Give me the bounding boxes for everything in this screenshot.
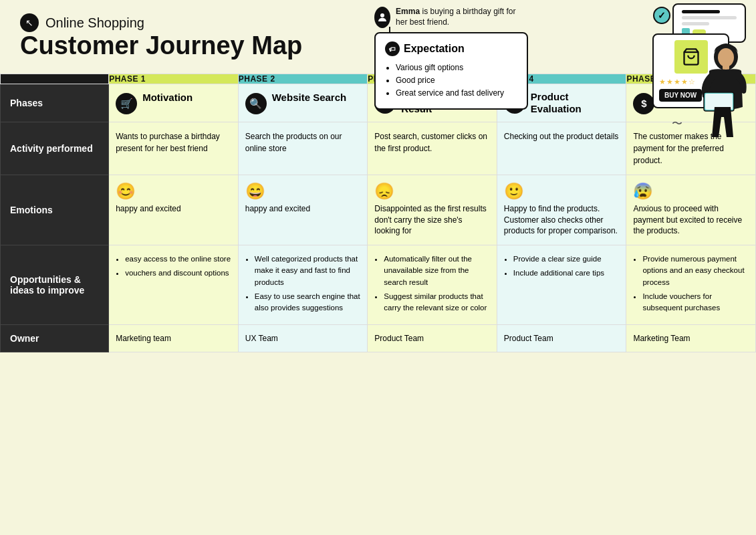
emotions-row: Emotions 😊 happy and excited 😄 happy and… [1,175,756,245]
persona-icon [374,7,390,28]
title-line1: Online Shopping [45,15,144,31]
emotion-2-content: 😄 happy and excited [245,183,361,215]
opp-1-cell: easy access to the online store vouchers… [109,245,239,325]
expectation-list: Various gift options Good price Great se… [385,62,517,100]
phase-2-title-cell: 🔍 Website Search [238,84,368,122]
title-top: ↖ Online Shopping [20,13,302,32]
emotion-5-face: 😰 [633,183,653,199]
emotion-2-face: 😄 [245,183,265,199]
svg-point-0 [380,13,384,17]
opp-2-list: Well categorized products that make it e… [245,253,361,314]
woman-figure [689,40,749,150]
phase-4-title: Product Evaluation [531,91,620,115]
screen-line-2 [682,16,737,19]
cursor-icon: ↖ [20,13,39,32]
owner-2: UX Team [238,325,368,352]
opp-4-item-2: Include additional care tips [513,268,620,279]
persona-text: Emma is buying a birthday gift for her b… [396,7,528,27]
wave-decoration: 〜 [672,117,682,131]
opportunities-row: Opportunities & ideas to improve easy ac… [1,245,756,325]
opp-1-item-2: vouchers and discount options [125,268,231,279]
emotion-3-face: 😞 [374,183,394,199]
phase-2-title-flex: 🔍 Website Search [245,92,361,114]
emotion-3-cell: 😞 Disappointed as the first results don'… [368,175,497,245]
screen-line-1 [682,10,720,13]
emotion-5-cell: 😰 Anxious to proceed with payment but ex… [626,175,756,245]
activity-row-label: Activity performed [1,122,109,175]
opp-5-item-1: Provide numerous payment options and an … [642,253,749,288]
phase-1-title-flex: 🛒 Motivation [116,92,231,114]
emotion-4-face: 🙂 [504,183,524,199]
opp-5-item-2: Include vouchers for subsequent purchase… [642,291,749,314]
opp-3-item-1: Automatically filter out the unavailable… [384,253,490,288]
checkmark-badge: ✓ [653,7,670,24]
phase-1-title: Motivation [142,92,193,104]
owner-1: Marketing team [109,325,239,352]
emotion-5-text: Anxious to proceed with payment but exci… [633,203,749,237]
emotion-4-content: 🙂 Happy to find the products. Customer a… [504,183,620,237]
emotion-1-text: happy and excited [116,203,180,215]
expectation-label: Expectation [404,43,465,55]
opp-1-list: easy access to the online store vouchers… [116,253,231,280]
opp-2-item-1: Well categorized products that make it e… [255,253,361,288]
opp-3-item-2: Suggest similar products that carry the … [384,291,490,314]
activity-4: Checking out the product details [497,122,626,175]
owner-5: Marketing Team [626,325,756,352]
header-area: ↖ Online Shopping Customer Journey Map E… [0,0,756,67]
activity-3: Post search, customer clicks on the firs… [368,122,497,175]
title-section: ↖ Online Shopping Customer Journey Map [20,13,302,60]
expectation-item-3: Great service and fast delivery [396,87,517,100]
expectation-box: 🏷 Expectation Various gift options Good … [374,32,528,110]
opp-3-cell: Automatically filter out the unavailable… [368,245,497,325]
owner-row-label: Owner [1,325,109,352]
phase-1-header: PHASE 1 [109,74,239,84]
emotion-2-text: happy and excited [245,203,310,215]
illustration-area: ✓ ★★★★☆ BUY NOW [616,3,749,157]
activity-1: Wants to purchase a birthday present for… [109,122,239,175]
opportunities-row-label: Opportunities & ideas to improve [1,245,109,325]
emotion-3-content: 😞 Disappointed as the first results don'… [374,183,490,237]
phase-1-icon: 🛒 [116,93,137,114]
emotion-5-content: 😰 Anxious to proceed with payment but ex… [633,183,749,237]
tag-icon: 🏷 [385,41,400,56]
expectation-title: 🏷 Expectation [385,41,517,56]
emotion-4-cell: 🙂 Happy to find the products. Customer a… [497,175,626,245]
opp-4-item-1: Provide a clear size guide [513,253,620,265]
emotion-1-content: 😊 happy and excited [116,183,231,215]
phases-label-cell [1,74,109,84]
emotion-1-cell: 😊 happy and excited [109,175,239,245]
screen-line-3 [682,22,709,25]
expectation-item-2: Good price [396,74,517,87]
activity-2: Search the products on our online store [238,122,368,175]
page-title: Customer Journey Map [20,32,302,60]
emotions-row-label: Emotions [1,175,109,245]
phases-row-label: Phases [1,84,109,122]
emotion-2-cell: 😄 happy and excited [238,175,368,245]
opp-3-list: Automatically filter out the unavailable… [374,253,490,314]
phase-2-title: Website Search [272,92,346,104]
opp-2-cell: Well categorized products that make it e… [238,245,368,325]
expectation-section: Emma is buying a birthday gift for her b… [374,7,528,110]
opp-4-list: Provide a clear size guide Include addit… [504,253,620,280]
opp-5-list: Provide numerous payment options and an … [633,253,749,314]
phase-2-header: PHASE 2 [238,74,368,84]
opp-4-cell: Provide a clear size guide Include addit… [497,245,626,325]
owner-3: Product Team [368,325,497,352]
page-wrapper: ↖ Online Shopping Customer Journey Map E… [0,0,756,352]
phase-1-title-cell: 🛒 Motivation [109,84,239,122]
opp-1-item-1: easy access to the online store [125,253,231,265]
phase-2-icon: 🔍 [245,93,267,114]
expectation-item-1: Various gift options [396,62,517,74]
emotion-3-text: Disappointed as the first results don't … [374,203,490,237]
opp-5-cell: Provide numerous payment options and an … [626,245,756,325]
owner-row: Owner Marketing team UX Team Product Tea… [1,325,756,352]
opp-2-item-2: Easy to use search engine that also prov… [255,291,361,314]
persona-line: Emma is buying a birthday gift for her b… [374,7,528,28]
owner-4: Product Team [497,325,626,352]
emotion-4-text: Happy to find the products. Customer als… [504,203,620,237]
emotion-1-face: 😊 [116,183,136,199]
svg-point-3 [718,48,734,67]
persona-name: Emma [396,7,420,16]
